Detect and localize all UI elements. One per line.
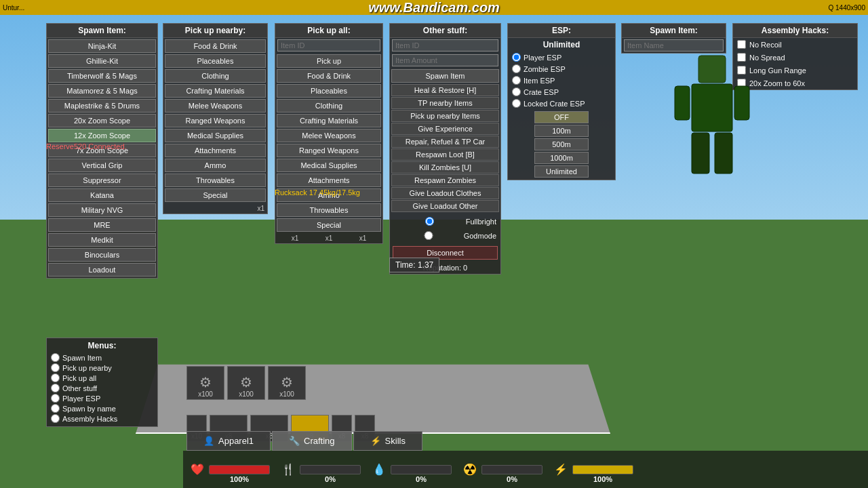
item-esp-radio[interactable] [512, 76, 521, 85]
menu-all-radio[interactable] [51, 373, 60, 382]
menu-byname-radio[interactable] [51, 404, 60, 413]
nearby-clothing[interactable]: Clothing [165, 69, 266, 83]
pickup-all-header: Pick up all: [275, 24, 382, 38]
spawn-matamorez[interactable]: Matamorez & 5 Mags [48, 84, 156, 98]
menu-pickup-all[interactable]: Pick up all [50, 373, 155, 383]
no-spread-check[interactable] [737, 53, 746, 62]
other-give-clothes[interactable]: Give Loadout Clothes [391, 187, 499, 199]
esp-distances: OFF 100m 500m 1000m Unlimited [508, 109, 615, 180]
esp-dist-1000m[interactable]: 1000m [534, 152, 589, 164]
other-repair-car[interactable]: Repair, Refuel & TP Car [391, 136, 499, 148]
crate-esp-option[interactable]: Crate ESP [508, 86, 615, 98]
other-respawn-zombies[interactable]: Respawn Zombies [391, 174, 499, 186]
locked-crate-esp-radio[interactable] [512, 99, 521, 108]
nearby-ranged[interactable]: Ranged Weapons [165, 114, 266, 127]
esp-dist-unlimited[interactable]: Unlimited [534, 165, 589, 178]
other-give-loadout[interactable]: Give Loadout Other [391, 200, 499, 212]
pickall-ammo[interactable]: Ammo [277, 188, 381, 202]
menu-assembly-hacks[interactable]: Assembly Hacks [50, 413, 155, 424]
spawn-military-nvg[interactable]: Military NVG [48, 203, 156, 217]
other-tp-items[interactable]: TP nearby Items [391, 97, 499, 109]
spawn-maplestrike[interactable]: Maplestrike & 5 Drums [48, 99, 156, 113]
other-give-exp[interactable]: Give Experience [391, 123, 499, 135]
menu-other-stuff[interactable]: Other stuff [50, 383, 155, 393]
nearby-food-drink[interactable]: Food & Drink [165, 39, 266, 53]
spawn-12x-zoom[interactable]: 12x Zoom Scope [48, 129, 156, 142]
other-spawn-item-btn[interactable]: Spawn Item [391, 69, 499, 83]
spawn-katana[interactable]: Katana [48, 188, 156, 202]
crate-esp-radio[interactable] [512, 87, 521, 96]
spawn-ninja-kit[interactable]: Ninja-Kit [48, 39, 156, 53]
pickall-throwables[interactable]: Throwables [277, 203, 381, 217]
other-pickup-nearby[interactable]: Pick up nearby Items [391, 110, 499, 122]
esp-dist-500m[interactable]: 500m [534, 138, 589, 150]
menu-nearby-radio[interactable] [51, 363, 60, 372]
spawn-suppressor[interactable]: Suppressor [48, 174, 156, 187]
pickall-melee[interactable]: Melee Weapons [277, 129, 381, 142]
pickall-placeables[interactable]: Placeables [277, 84, 381, 98]
no-spread-option[interactable]: No Spread [733, 51, 857, 64]
spawn-item-name-input[interactable] [624, 39, 724, 52]
nearby-placeables[interactable]: Placeables [165, 54, 266, 68]
no-recoil-option[interactable]: No Recoil [733, 38, 857, 51]
spawn-binoculars[interactable]: Binoculars [48, 248, 156, 262]
pickall-food-drink[interactable]: Food & Drink [277, 69, 381, 83]
fullbright-option[interactable]: Fullbright [394, 214, 496, 228]
zoom-60x-check[interactable] [737, 79, 746, 87]
menu-spawn-item[interactable]: Spawn Item [50, 352, 155, 363]
spawn-timberwolf[interactable]: Timberwolf & 5 Mags [48, 69, 156, 83]
zoom-60x-option[interactable]: 20x Zoom to 60x [733, 77, 857, 89]
spawn-mre[interactable]: MRE [48, 218, 156, 232]
other-kill-zombies[interactable]: Kill Zombies [U] [391, 161, 499, 174]
pickall-attachments[interactable]: Attachments [277, 174, 381, 187]
pickall-clothing[interactable]: Clothing [277, 99, 381, 113]
pickall-ranged[interactable]: Ranged Weapons [277, 144, 381, 157]
menu-assembly-radio[interactable] [51, 414, 60, 423]
spawn-loadout[interactable]: Loadout [48, 263, 156, 277]
other-respawn-loot[interactable]: Respawn Loot [B] [391, 148, 499, 161]
spawn-7x-zoom[interactable]: 7x Zoom Scope [48, 144, 156, 157]
nearby-attachments[interactable]: Attachments [165, 144, 266, 157]
spawn-vertical-grip[interactable]: Vertical Grip [48, 159, 156, 172]
other-item-amount[interactable] [392, 54, 498, 66]
menu-player-esp[interactable]: Player ESP [50, 393, 155, 403]
godmode-option[interactable]: Godmode [394, 228, 496, 243]
menu-pickup-nearby[interactable]: Pick up nearby [50, 363, 155, 373]
menu-esp-radio[interactable] [51, 394, 60, 403]
pickup-all-panel: Pick up all: Pick up Food & Drink Placea… [275, 23, 383, 244]
player-esp-option[interactable]: Player ESP [508, 52, 615, 63]
nearby-throwables[interactable]: Throwables [165, 174, 266, 187]
spawn-20x-zoom[interactable]: 20x Zoom Scope [48, 114, 156, 127]
menu-other-radio[interactable] [51, 384, 60, 392]
no-recoil-check[interactable] [737, 40, 746, 49]
pickup-all-btn[interactable]: Pick up [277, 54, 381, 68]
pickup-all-item-id[interactable] [277, 39, 380, 52]
zombie-esp-option[interactable]: Zombie ESP [508, 63, 615, 75]
player-esp-radio[interactable] [512, 53, 521, 62]
item-esp-label: Item ESP [524, 77, 555, 85]
esp-dist-100m[interactable]: 100m [534, 125, 589, 137]
other-item-id[interactable] [392, 39, 498, 52]
pickall-crafting[interactable]: Crafting Materials [277, 114, 381, 127]
item-esp-option[interactable]: Item ESP [508, 75, 615, 86]
nearby-special[interactable]: Special [165, 188, 266, 202]
fullbright-radio[interactable] [396, 217, 463, 226]
spawn-ghillie-kit[interactable]: Ghillie-Kit [48, 54, 156, 68]
long-gun-range-check[interactable] [737, 66, 746, 75]
other-heal[interactable]: Heal & Restore [H] [391, 84, 499, 96]
disconnect-btn[interactable]: Disconnect [393, 246, 498, 260]
pickall-special[interactable]: Special [277, 218, 381, 232]
locked-crate-esp-option[interactable]: Locked Crate ESP [508, 98, 615, 109]
nearby-ammo[interactable]: Ammo [165, 159, 266, 172]
long-gun-range-option[interactable]: Long Gun Range [733, 64, 857, 77]
nearby-melee[interactable]: Melee Weapons [165, 99, 266, 113]
menu-spawn-radio[interactable] [51, 353, 60, 362]
zombie-esp-radio[interactable] [512, 64, 521, 73]
menu-spawn-by-name[interactable]: Spawn by name [50, 403, 155, 413]
nearby-crafting[interactable]: Crafting Materials [165, 84, 266, 98]
nearby-medical[interactable]: Medical Supplies [165, 129, 266, 142]
esp-dist-off[interactable]: OFF [534, 111, 589, 123]
spawn-medkit[interactable]: Medkit [48, 233, 156, 247]
pickall-medical[interactable]: Medical Supplies [277, 159, 381, 172]
godmode-radio[interactable] [396, 231, 461, 240]
